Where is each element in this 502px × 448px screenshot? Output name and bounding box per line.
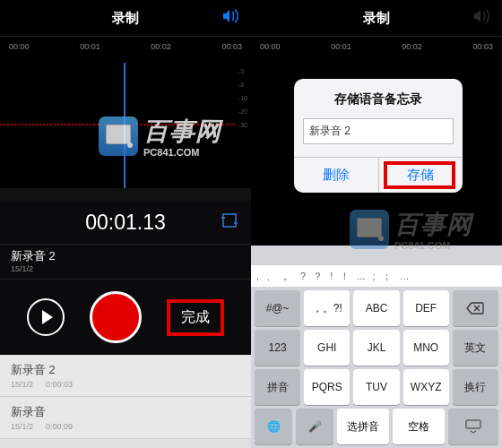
ghi-key[interactable]: GHI [304,330,350,366]
mno-key[interactable]: MNO [403,330,449,366]
playhead[interactable] [124,63,126,188]
record-button[interactable] [90,291,142,343]
current-name: 新录音 2 [11,248,240,264]
symbols-key[interactable]: #@~ [255,290,300,326]
def-key[interactable]: DEF [403,290,449,326]
tick: 00:01 [80,42,100,51]
play-button[interactable] [27,298,65,336]
timeline: 00:0000:0100:0200:03 [251,36,502,63]
jkl-key[interactable]: JKL [353,330,399,366]
sound-icon [473,9,491,23]
mic-key[interactable]: 🎤 [296,409,333,444]
current-date: 15/1/2 [11,264,240,273]
punct-key[interactable]: ，。?! [304,290,350,326]
tick: 00:02 [151,42,171,51]
list-item[interactable]: 新录音 15/1/20:00:09 [0,397,251,439]
timeline: 00:00 00:01 00:02 00:03 [0,36,251,63]
tuv-key[interactable]: TUV [353,369,399,405]
svg-rect-1 [466,420,480,428]
backspace-key[interactable] [453,290,498,326]
page-title: 录制 [112,10,139,27]
tick: 00:00 [9,42,30,51]
pqrs-key[interactable]: PQRS [304,369,350,405]
waveform-dots [0,124,235,125]
waveform-area[interactable]: -3-8-10-20-30 [0,63,251,188]
right-screenshot: 录制 00:0000:0100:0200:03 存储语音备忘录 新录音 2 删除… [251,0,502,448]
controls: 完成 [0,280,251,355]
right-topbar: 录制 [251,0,502,36]
return-key[interactable]: 换行 [453,369,498,405]
english-key[interactable]: 英文 [453,330,498,366]
recording-name-input[interactable]: 新录音 2 [303,118,454,144]
wxyz-key[interactable]: WXYZ [403,369,449,405]
timecode: 00:01.13 [0,201,251,244]
punctuation-candidates[interactable]: ,、。?？!！...;；… [251,265,502,287]
space-key[interactable]: 空格 [393,409,445,444]
delete-button[interactable]: 删除 [294,158,379,193]
done-button[interactable]: 完成 [181,309,210,324]
current-recording-row[interactable]: 新录音 2 15/1/2 [0,244,251,280]
mic-icon: 🎤 [308,420,322,433]
tick: 00:03 [221,42,242,51]
dialog-title: 存储语音备忘录 [294,79,463,118]
list-item[interactable]: 新录音 2 15/1/20:00:03 [0,355,251,397]
select-pinyin-key[interactable]: 选拼音 [337,409,389,444]
left-screenshot: 录制 00:00 00:01 00:02 00:03 -3-8-10-20-30… [0,0,251,448]
globe-key[interactable]: 🌐 [255,409,292,444]
hide-keyboard-key[interactable] [448,409,498,444]
sound-icon[interactable] [222,9,240,23]
done-highlight: 完成 [167,299,224,336]
save-button[interactable]: 存储 [379,158,463,193]
pinyin-key[interactable]: 拼音 [255,369,300,405]
svg-rect-0 [223,214,236,227]
trim-icon[interactable] [221,211,238,235]
keyboard: ,、。?？!！...;；… #@~ ，。?! ABC DEF 123 GHI J… [251,265,502,448]
abc-key[interactable]: ABC [353,290,399,326]
globe-icon: 🌐 [267,420,281,433]
page-title: 录制 [363,10,390,27]
save-dialog: 存储语音备忘录 新录音 2 删除 存储 [294,79,463,193]
recordings-list: 新录音 2 15/1/20:00:03 新录音 15/1/20:00:09 [0,355,251,439]
db-scale: -3-8-10-20-30 [238,68,247,135]
left-topbar: 录制 [0,0,251,36]
123-key[interactable]: 123 [255,330,300,366]
